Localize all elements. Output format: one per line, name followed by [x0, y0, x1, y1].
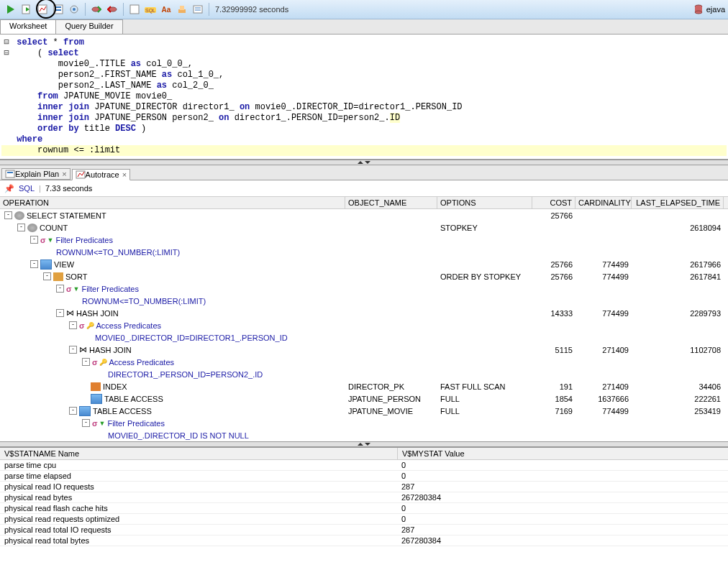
sigma-icon: σ [79, 321, 85, 330]
plan-row[interactable]: ROWNUM<=TO_NUMBER(:LIMIT) [0, 246, 728, 258]
table-icon [79, 406, 91, 416]
hash-join-icon: ⋈ [79, 345, 87, 354]
tab-autotrace[interactable]: Autotrace× [72, 169, 131, 180]
col-elapsed[interactable]: LAST_ELAPSED_TIME [632, 197, 724, 208]
plan-row[interactable]: -σ▼Filter Predicates [0, 282, 728, 295]
result-tabbar: Explain Plan× Autotrace× [0, 165, 728, 180]
close-icon[interactable]: × [62, 170, 66, 178]
svg-rect-11 [130, 5, 139, 14]
plan-tree: -SELECT STATEMENT25766 -COUNTSTOPKEY2618… [0, 209, 728, 441]
sigma-icon: σ [92, 419, 98, 428]
table-icon [91, 394, 102, 404]
col-cardinality[interactable]: CARDINALITY [575, 197, 632, 208]
plan-row[interactable]: DIRECTOR1_.PERSON_ID=PERSON2_.ID [0, 368, 728, 380]
sql-link[interactable]: SQL [19, 184, 35, 193]
plan-row[interactable]: -TABLE ACCESSJPATUNE_MOVIEFULL7169774499… [0, 405, 728, 417]
plan-row[interactable]: -SELECT STATEMENT25766 [0, 209, 728, 221]
autotrace-icon[interactable] [35, 2, 50, 17]
col-object[interactable]: OBJECT_NAME [345, 197, 437, 208]
svg-marker-0 [7, 5, 14, 14]
collapse-icon[interactable]: - [4, 211, 12, 219]
statement-icon [14, 211, 24, 220]
collapse-icon[interactable]: - [30, 260, 38, 268]
plan-row[interactable]: -⋈HASH JOIN143337744992289793 [0, 307, 728, 319]
collapse-icon[interactable]: - [17, 224, 25, 231]
fold-icon[interactable]: ⊟ [1, 48, 12, 59]
plan-row[interactable]: -σ▼Filter Predicates [0, 234, 728, 246]
collapse-icon[interactable]: - [82, 419, 90, 427]
stats-row[interactable]: physical read total IO requests287 [0, 525, 728, 535]
stats-row[interactable]: physical read bytes267280384 [0, 492, 728, 503]
stats-row[interactable]: physical read requests optimized0 [0, 514, 728, 525]
collapse-icon[interactable]: - [69, 321, 77, 329]
svg-point-21 [695, 11, 702, 14]
worksheet-tabbar: Worksheet Query Builder [0, 19, 728, 35]
col-operation[interactable]: OPERATION [0, 197, 345, 208]
db-icon[interactable] [691, 2, 706, 17]
plan-row[interactable]: -σ▼Filter Predicates [0, 417, 728, 429]
plan-header: OPERATION OBJECT_NAME OPTIONS COST CARDI… [0, 197, 728, 209]
collapse-icon[interactable]: - [56, 309, 64, 317]
sort-icon [53, 272, 63, 281]
collapse-icon[interactable]: - [43, 272, 51, 280]
count-icon [27, 224, 37, 232]
col-cost[interactable]: COST [532, 197, 575, 208]
collapse-icon[interactable]: - [56, 285, 64, 293]
col-options[interactable]: OPTIONS [437, 197, 532, 208]
tuning-icon[interactable] [67, 2, 81, 17]
collapse-icon[interactable]: - [69, 346, 77, 354]
collapse-icon[interactable]: - [82, 358, 90, 366]
result-timing: 7.33 seconds [45, 184, 92, 193]
index-icon [91, 382, 101, 391]
history-icon[interactable] [191, 2, 205, 17]
fold-icon[interactable]: ⊟ [1, 37, 12, 48]
horizontal-resizer[interactable] [0, 160, 728, 165]
horizontal-resizer-2[interactable] [0, 441, 728, 447]
sql-editor[interactable]: ⊟ select * from ⊟ ( select movie0_.TITLE… [0, 35, 728, 160]
clear-icon[interactable] [175, 2, 189, 17]
tab-worksheet[interactable]: Worksheet [0, 19, 56, 34]
plan-row[interactable]: -σ🔑Access Predicates [0, 319, 728, 331]
connection-label: ejava [706, 5, 725, 14]
plan-row[interactable]: -COUNTSTOPKEY2618094 [0, 221, 728, 234]
explain-icon[interactable] [51, 2, 65, 17]
stats-row[interactable]: physical read IO requests287 [0, 482, 728, 492]
stats-row[interactable]: physical read flash cache hits0 [0, 503, 728, 514]
plan-row[interactable]: -VIEW257667744992617966 [0, 258, 728, 270]
stats-row[interactable]: parse time elapsed0 [0, 471, 728, 482]
commit-icon[interactable] [89, 2, 104, 17]
svg-point-8 [73, 8, 76, 11]
stats-col-value[interactable]: V$MYSTAT Value [398, 448, 728, 459]
plan-row[interactable]: -⋈HASH JOIN51152714091102708 [0, 344, 728, 356]
plan-row[interactable]: -SORTORDER BY STOPKEY257667744992617841 [0, 270, 728, 282]
plan-row[interactable]: MOVIE0_.DIRECTOR_ID=DIRECTOR1_.PERSON_ID [0, 331, 728, 344]
sql-icon[interactable]: SQL [143, 2, 158, 17]
collapse-icon[interactable]: - [30, 236, 38, 244]
plan-row[interactable]: -σ🔑Access Predicates [0, 356, 728, 368]
run-script-icon[interactable] [19, 2, 34, 17]
key-icon: 🔑 [99, 359, 107, 366]
plan-row[interactable]: TABLE ACCESSJPATUNE_PERSONFULL1854163766… [0, 392, 728, 405]
stats-col-name[interactable]: V$STATNAME Name [0, 448, 398, 459]
run-icon[interactable] [4, 2, 18, 17]
tab-explain-plan[interactable]: Explain Plan× [1, 168, 70, 180]
unshared-icon[interactable] [127, 2, 142, 17]
main-toolbar: SQL Aa 7.32999992 seconds ejava [0, 0, 728, 19]
result-toolbar: 📌 SQL | 7.33 seconds [0, 180, 728, 197]
sigma-icon: σ [40, 236, 46, 244]
stats-row[interactable]: parse time cpu0 [0, 460, 728, 471]
tab-querybuilder[interactable]: Query Builder [55, 19, 122, 34]
collapse-icon[interactable]: - [69, 407, 77, 415]
timing-label: 7.32999992 seconds [215, 5, 288, 14]
plan-row[interactable]: MOVIE0_.DIRECTOR_ID IS NOT NULL [0, 429, 728, 441]
plan-row[interactable]: ROWNUM<=TO_NUMBER(:LIMIT) [0, 295, 728, 307]
plan-row[interactable]: INDEXDIRECTOR_PKFAST FULL SCAN1912714093… [0, 380, 728, 392]
pin-icon[interactable]: 📌 [4, 184, 14, 193]
stats-body: parse time cpu0 parse time elapsed0 phys… [0, 460, 728, 546]
close-icon[interactable]: × [122, 170, 127, 179]
funnel-icon: ▼ [99, 420, 106, 427]
explain-plan-icon [5, 170, 15, 178]
rollback-icon[interactable] [105, 2, 119, 17]
case-icon[interactable]: Aa [159, 2, 173, 17]
stats-row[interactable]: physical read total bytes267280384 [0, 535, 728, 546]
